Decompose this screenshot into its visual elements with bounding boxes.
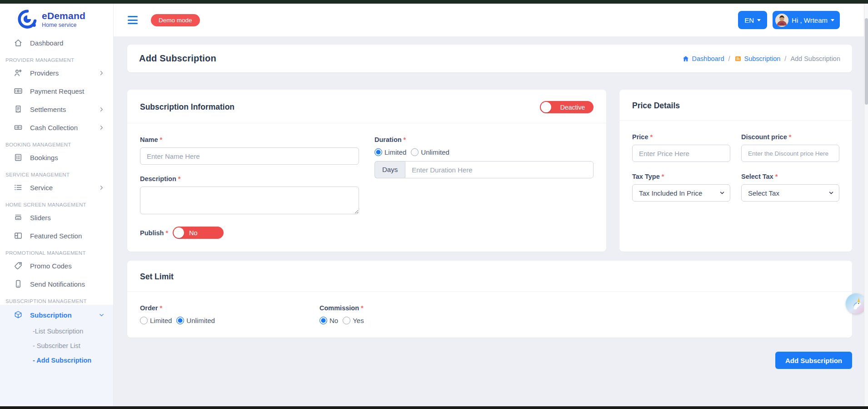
required-mark: * — [650, 133, 653, 141]
tax-type-select-wrap: Tax Included In Price — [632, 184, 730, 202]
sidebar-section-booking-management: BOOKING MANAGEMENT — [5, 142, 113, 147]
sidebar-nav: Dashboard PROVIDER MANAGEMENT Providers … — [0, 34, 113, 406]
sidebar-subitem-subscriber-list[interactable]: - Subscriber List — [0, 338, 113, 353]
sidebar-item-subscription[interactable]: Subscription — [0, 306, 113, 324]
sidebar-item-featured-section[interactable]: Featured Section — [0, 227, 113, 245]
commission-label: Commission * — [319, 304, 369, 312]
toggle-label: Deactive — [560, 104, 585, 111]
cube-icon — [14, 310, 23, 319]
sidebar-item-sliders[interactable]: Sliders — [0, 208, 113, 227]
breadcrumb-current: Add Subscription — [790, 55, 840, 62]
scrollbar-thumb[interactable] — [865, 18, 868, 105]
user-menu-dropdown[interactable]: Hi , Wrteam — [773, 11, 840, 29]
receipt-icon — [14, 105, 23, 114]
page-title: Add Subscription — [139, 53, 216, 64]
sidebar-item-label: Cash Collection — [30, 124, 91, 131]
sidebar-item-send-notifications[interactable]: Send Notifications — [0, 275, 113, 293]
select-tax-select[interactable]: Select Tax — [741, 184, 839, 202]
order-unlimited-radio[interactable] — [176, 317, 184, 324]
slider-icon — [14, 213, 23, 222]
required-mark: * — [361, 304, 364, 312]
duration-limited-radio[interactable] — [374, 148, 382, 156]
duration-input[interactable] — [405, 161, 594, 178]
sidebar-item-cash-collection[interactable]: Cash Collection — [0, 118, 113, 136]
name-field-group: Name * — [140, 136, 359, 165]
price-label: Price * — [632, 133, 730, 141]
sidebar-item-bookings[interactable]: Bookings — [0, 148, 113, 167]
required-mark: * — [165, 229, 168, 237]
breadcrumb-separator: / — [784, 55, 786, 62]
description-textarea[interactable] — [140, 187, 359, 214]
breadcrumb-label: Dashboard — [692, 55, 724, 62]
caret-down-icon — [757, 19, 761, 21]
sidebar-subitem-add-subscription[interactable]: - Add Subscription — [0, 353, 113, 368]
days-addon: Days — [374, 161, 405, 178]
user-greeting: Hi , Wrteam — [792, 16, 828, 24]
subscription-information-header: Subscription Information Deactive — [127, 90, 606, 123]
price-input[interactable] — [632, 145, 730, 162]
sidebar-item-dashboard[interactable]: Dashboard — [0, 34, 113, 52]
chevron-right-icon — [98, 70, 105, 76]
breadcrumb-label: Subscription — [744, 55, 781, 62]
sidebar-item-service[interactable]: Service — [0, 178, 113, 197]
sidebar-item-label: Send Notifications — [30, 280, 105, 288]
toggle-knob — [174, 227, 184, 238]
description-field-group: Description * — [140, 175, 359, 216]
sidebar-section-promotional-management: PROMOTIONAL MANAGEMENT — [5, 250, 113, 256]
add-subscription-button[interactable]: Add Subscription — [775, 352, 852, 369]
duration-unlimited-radio[interactable] — [411, 148, 419, 156]
sidebar-item-label: Payment Request — [30, 87, 105, 95]
price-details-card: Price Details Price * — [619, 90, 852, 252]
breadcrumb-subscription-link[interactable]: Subscription — [734, 55, 781, 62]
sidebar-item-label: Dashboard — [30, 39, 105, 47]
duration-unlimited-label[interactable]: Unlimited — [421, 148, 449, 156]
name-label: Name * — [140, 136, 359, 143]
brand-logo[interactable]: eDemand Home service — [0, 4, 113, 34]
order-limited-radio[interactable] — [140, 317, 148, 324]
card-title: Price Details — [632, 101, 680, 111]
required-mark: * — [160, 304, 163, 312]
price-details-header: Price Details — [619, 90, 852, 121]
sidebar-section-home-screen-management: HOME SCREEN MANAGEMENT — [5, 202, 113, 207]
duration-field-group: Duration * Limited Unlimited — [374, 136, 594, 178]
breadcrumb: Dashboard / Subscription / Add Subscript… — [682, 55, 840, 62]
sidebar-item-providers[interactable]: Providers — [0, 64, 113, 82]
publish-field-group: Publish * No — [140, 227, 359, 239]
unicorn-sticker[interactable] — [845, 293, 867, 314]
breadcrumb-separator: / — [728, 55, 730, 62]
active-status-toggle[interactable]: Deactive — [540, 101, 594, 113]
discount-price-input[interactable] — [741, 145, 839, 162]
commission-yes-label[interactable]: Yes — [353, 317, 364, 324]
list-icon — [14, 183, 23, 192]
sidebar-item-label: Promo Codes — [30, 262, 105, 270]
commission-yes-radio[interactable] — [343, 317, 350, 324]
select-tax-select-wrap: Select Tax — [741, 184, 839, 202]
price-details-body: Price * Discount price * — [619, 121, 852, 214]
sidebar-subitem-list-subscription[interactable]: -List Subscription — [0, 324, 113, 338]
label-text: Duration — [374, 136, 402, 143]
label-text: Discount price — [741, 133, 787, 141]
order-unlimited-label[interactable]: Unlimited — [186, 317, 215, 324]
language-dropdown[interactable]: EN — [738, 11, 767, 29]
bookings-list-icon — [14, 153, 23, 162]
sidebar-item-label: Providers — [30, 69, 91, 77]
set-limit-body: Order * Limited Unlimited — [127, 292, 852, 338]
required-mark: * — [160, 136, 163, 143]
tag-icon — [14, 261, 23, 270]
users-icon — [14, 68, 23, 77]
label-text: Select Tax — [741, 173, 773, 180]
order-limited-label[interactable]: Limited — [150, 317, 172, 324]
tax-type-select[interactable]: Tax Included In Price — [632, 184, 730, 202]
sidebar-item-settlements[interactable]: Settlements — [0, 100, 113, 118]
duration-limited-label[interactable]: Limited — [384, 148, 406, 156]
name-input[interactable] — [140, 147, 359, 165]
hamburger-menu-icon[interactable] — [128, 16, 138, 24]
sidebar-item-payment-request[interactable]: Payment Request — [0, 82, 113, 100]
commission-no-radio[interactable] — [319, 317, 327, 324]
publish-toggle[interactable]: No — [173, 227, 224, 239]
breadcrumb-dashboard-link[interactable]: Dashboard — [682, 55, 724, 62]
chevron-down-icon — [98, 312, 105, 318]
commission-no-label[interactable]: No — [329, 317, 338, 324]
sidebar-item-promo-codes[interactable]: Promo Codes — [0, 257, 113, 275]
sidebar-section-service-management: SERVICE MANAGEMENT — [5, 172, 113, 177]
